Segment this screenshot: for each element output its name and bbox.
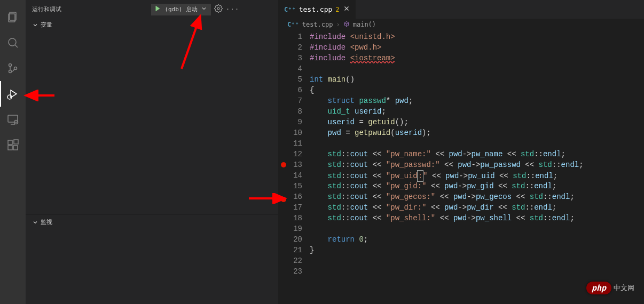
breadcrumb[interactable]: C⁺⁺ test.cpp › main(): [279, 19, 644, 30]
code-line[interactable]: #include <iostream>: [310, 53, 624, 63]
watermark: php 中文网: [586, 282, 634, 294]
variables-label: 变量: [41, 21, 52, 29]
code-line[interactable]: [310, 138, 624, 149]
svg-point-4: [9, 64, 12, 67]
line-number: 19: [288, 223, 302, 234]
code-line[interactable]: std::cout << "pw_uid:" << pwd->pw_uid <<…: [310, 170, 624, 181]
svg-point-5: [9, 70, 12, 73]
line-number-gutter: 1234567891011121314151617181920212223: [288, 30, 310, 304]
code-line[interactable]: #include <unistd.h>: [310, 31, 624, 42]
code-line[interactable]: [310, 266, 624, 277]
more-icon[interactable]: ···: [226, 6, 240, 13]
search-icon[interactable]: [0, 30, 26, 55]
tab-dirty-count: 2: [335, 6, 339, 13]
code-line[interactable]: return 0;: [310, 234, 624, 245]
launch-config-selector[interactable]: (gdb) 启动: [151, 4, 211, 15]
code-line[interactable]: userid = getuid();: [310, 117, 624, 127]
line-number: 11: [288, 138, 302, 149]
start-debug-icon[interactable]: [154, 5, 161, 14]
breadcrumb-symbol: main(): [353, 21, 376, 28]
debug-sidebar: 运行和调试 (gdb) 启动 ··· 变量: [26, 0, 279, 304]
cube-icon: [343, 21, 350, 29]
line-number: 10: [288, 127, 302, 138]
svg-point-17: [217, 7, 219, 10]
close-icon[interactable]: [343, 5, 350, 14]
breakpoint-icon[interactable]: [281, 162, 286, 167]
code-line[interactable]: #include <pwd.h>: [310, 42, 624, 53]
run-debug-icon[interactable]: [0, 81, 26, 107]
debug-panel-title: 运行和调试: [32, 5, 61, 13]
remote-explorer-icon[interactable]: [0, 107, 26, 132]
chevron-down-icon[interactable]: [201, 5, 207, 13]
code-line[interactable]: std::cout << "pw_dir:" << pwd->pw_dir <<…: [310, 202, 624, 213]
source-control-icon[interactable]: [0, 55, 26, 81]
code-line[interactable]: }: [310, 245, 624, 255]
code-content[interactable]: #include <unistd.h>#include <pwd.h>#incl…: [310, 30, 624, 304]
variables-section[interactable]: 变量: [26, 19, 278, 32]
svg-rect-15: [14, 140, 18, 144]
line-number: 17: [288, 202, 302, 213]
line-number: 8: [288, 106, 302, 117]
line-number: 2: [288, 42, 302, 53]
debug-header: 运行和调试 (gdb) 启动 ···: [26, 0, 278, 19]
line-number: 13: [288, 159, 302, 170]
code-line[interactable]: [310, 255, 624, 266]
line-number: 1: [288, 31, 302, 42]
chevron-right-icon: ›: [336, 21, 340, 28]
minimap[interactable]: [624, 30, 644, 304]
code-line[interactable]: std::cout << "pw_passwd:" << pwd->pw_pas…: [310, 159, 624, 170]
code-line[interactable]: uid_t userid;: [310, 106, 624, 117]
chevron-down-icon: [32, 219, 38, 226]
svg-rect-13: [8, 146, 12, 150]
explorer-icon[interactable]: [0, 4, 26, 30]
line-number: 23: [288, 266, 302, 277]
line-number: 3: [288, 53, 302, 63]
editor-area: C⁺⁺ test.cpp 2 C⁺⁺ test.cpp › main() 123…: [279, 0, 644, 304]
code-line[interactable]: [310, 223, 624, 234]
cpp-file-icon: C⁺⁺: [287, 21, 299, 28]
breakpoint-gutter[interactable]: [279, 30, 288, 304]
line-number: 9: [288, 117, 302, 127]
editor-tabs: C⁺⁺ test.cpp 2: [279, 0, 644, 19]
code-line[interactable]: std::cout << "pw_gecos:" << pwd->pw_geco…: [310, 191, 624, 202]
watermark-pill: php: [586, 282, 611, 294]
code-editor[interactable]: 1234567891011121314151617181920212223 #i…: [279, 30, 644, 304]
line-number: 4: [288, 63, 302, 74]
svg-rect-14: [13, 146, 18, 150]
code-line[interactable]: std::cout << "pw_gid:" << pwd->pw_gid <<…: [310, 181, 624, 191]
tab-label: test.cpp: [299, 5, 333, 13]
watch-label: 监视: [41, 218, 52, 226]
code-line[interactable]: std::cout << "pw_shell:" << pwd->pw_shel…: [310, 213, 624, 223]
svg-rect-9: [8, 115, 18, 122]
code-line[interactable]: std::cout << "pw_name:" << pwd->pw_name …: [310, 149, 624, 159]
line-number: 5: [288, 74, 302, 85]
launch-config-label: (gdb) 启动: [164, 5, 198, 13]
code-line[interactable]: {: [310, 85, 624, 95]
code-line[interactable]: struct passwd* pwd;: [310, 95, 624, 106]
watch-section[interactable]: 监视: [26, 214, 278, 229]
code-line[interactable]: pwd = getpwuid(userid);: [310, 127, 624, 138]
svg-point-2: [9, 38, 16, 46]
line-number: 12: [288, 149, 302, 159]
line-number: 22: [288, 255, 302, 266]
svg-rect-12: [8, 140, 12, 145]
line-number: 7: [288, 95, 302, 106]
line-number: 16: [288, 191, 302, 202]
line-number: 21: [288, 245, 302, 255]
line-number: 18: [288, 213, 302, 223]
code-line[interactable]: [310, 63, 624, 74]
activity-bar: [0, 0, 26, 304]
svg-marker-16: [156, 6, 160, 12]
gear-icon[interactable]: [214, 4, 223, 14]
line-number: 14: [288, 170, 302, 181]
tab-test-cpp[interactable]: C⁺⁺ test.cpp 2: [279, 0, 356, 19]
line-number: 6: [288, 85, 302, 95]
code-line[interactable]: int main(): [310, 74, 624, 85]
extensions-icon[interactable]: [0, 132, 26, 158]
chevron-down-icon: [32, 22, 38, 28]
cpp-file-icon: C⁺⁺: [284, 6, 296, 13]
svg-line-3: [15, 45, 18, 47]
line-number: 20: [288, 234, 302, 245]
line-number: 15: [288, 181, 302, 191]
breakpoint-icon[interactable]: [281, 197, 286, 202]
